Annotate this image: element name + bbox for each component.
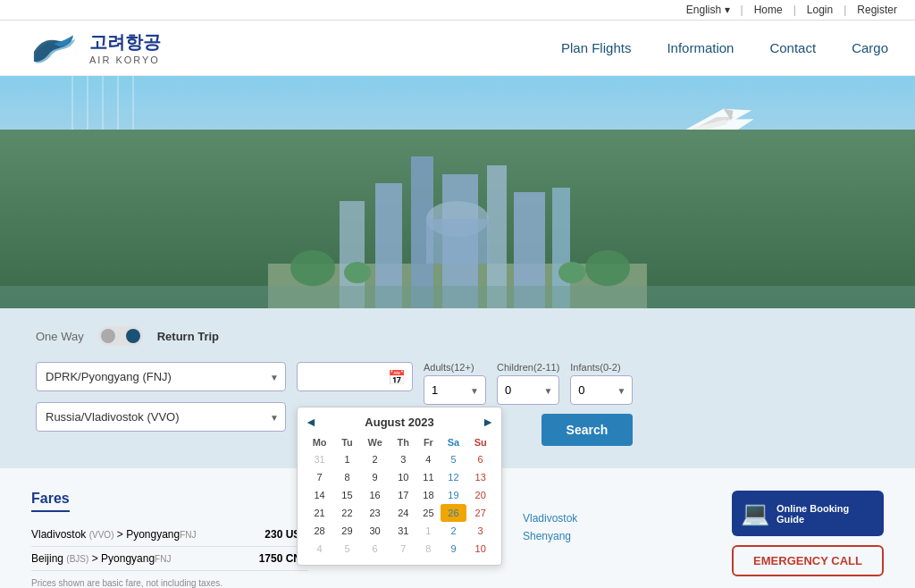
fares-title: Fares	[31, 491, 70, 512]
calendar-day[interactable]: 9	[360, 468, 390, 486]
login-link[interactable]: Login	[807, 4, 833, 16]
divider2: |	[793, 4, 796, 16]
infants-select[interactable]: 012	[570, 375, 633, 405]
booking-guide-label: Online Booking Guide	[776, 503, 875, 525]
date-calendar-container: 📅 ◄ August 2023 ► Mo Tu We Th	[297, 362, 413, 391]
calendar-prev-button[interactable]: ◄	[305, 415, 317, 429]
calendar-day[interactable]: 6	[360, 540, 390, 558]
infants-wrapper: Infants(0-2) 012 ▼	[570, 362, 633, 405]
calendar-header: ◄ August 2023 ►	[305, 415, 494, 429]
children-select-wrapper: 0123 ▼	[497, 375, 559, 405]
calendar-day[interactable]: 8	[334, 468, 360, 486]
home-link[interactable]: Home	[754, 4, 783, 16]
adults-label: Adults(12+)	[424, 362, 486, 373]
dest-shenyang[interactable]: Shenyang	[523, 530, 705, 542]
return-trip-label: Return Trip	[157, 330, 219, 343]
calendar-day[interactable]: 4	[305, 540, 334, 558]
calendar-day[interactable]: 19	[441, 486, 467, 504]
calendar-day[interactable]: 27	[466, 504, 494, 522]
nav-information[interactable]: Information	[667, 40, 734, 55]
children-select[interactable]: 0123	[497, 375, 559, 405]
cal-header-th: Th	[390, 434, 416, 450]
register-link[interactable]: Register	[857, 4, 897, 16]
cal-header-we: We	[360, 434, 390, 450]
divider1: |	[741, 4, 743, 16]
calendar-day[interactable]: 5	[334, 540, 360, 558]
toggle-off-indicator	[101, 329, 115, 343]
fare-row-1: Vladivostok (VVO) > PyongyangFNJ 230 USD	[31, 523, 308, 547]
calendar-day[interactable]: 10	[390, 468, 416, 486]
calendar-day[interactable]: 15	[334, 486, 360, 504]
to-select[interactable]: Russia/Vladivostok (VVO) DPRK/Pyongyang …	[36, 402, 286, 432]
calendar-day[interactable]: 12	[441, 468, 467, 486]
fare-row-2: Beijing (BJS) > PyongyangFNJ 1750 CNY	[31, 547, 308, 571]
calendar-day[interactable]: 2	[360, 450, 390, 468]
cal-header-fr: Fr	[416, 434, 440, 450]
pax-row: Adults(12+) 12345 ▼ Children(2-11) 0123	[424, 362, 633, 405]
calendar-day[interactable]: 7	[390, 540, 416, 558]
svg-point-14	[344, 262, 371, 283]
calendar-day[interactable]: 7	[305, 468, 334, 486]
infants-select-wrapper: 012 ▼	[570, 375, 633, 405]
calendar-day[interactable]: 18	[416, 486, 440, 504]
calendar-day[interactable]: 2	[441, 522, 467, 540]
children-label: Children(2-11)	[497, 362, 559, 373]
logo-text-group: 고려항공 AIR KORYO	[89, 30, 161, 65]
children-wrapper: Children(2-11) 0123 ▼	[497, 362, 559, 405]
calendar-day[interactable]: 26	[441, 504, 467, 522]
calendar-day[interactable]: 11	[416, 468, 440, 486]
adults-select[interactable]: 12345	[424, 375, 486, 405]
calendar-next-button[interactable]: ►	[482, 415, 494, 429]
calendar-day[interactable]: 9	[441, 540, 467, 558]
calendar-day[interactable]: 14	[305, 486, 334, 504]
calendar-day[interactable]: 24	[390, 504, 416, 522]
trip-type-toggle[interactable]	[98, 326, 143, 346]
calendar-day[interactable]: 17	[390, 486, 416, 504]
calendar-day[interactable]: 13	[466, 468, 494, 486]
dest-vladivostok[interactable]: Vladivostok	[523, 512, 705, 525]
calendar-day[interactable]: 31	[390, 522, 416, 540]
calendar-day[interactable]: 1	[416, 522, 440, 540]
cal-header-su: Su	[466, 434, 494, 450]
online-booking-guide-box[interactable]: 💻 Online Booking Guide	[732, 491, 884, 536]
search-button[interactable]: Search	[541, 414, 634, 446]
adults-select-wrapper: 12345 ▼	[424, 375, 486, 405]
calendar-day[interactable]: 22	[334, 504, 360, 522]
nav-contact[interactable]: Contact	[769, 40, 816, 55]
nav-cargo[interactable]: Cargo	[852, 40, 888, 55]
calendar-day[interactable]: 23	[360, 504, 390, 522]
calendar-icon[interactable]: 📅	[388, 368, 406, 385]
from-select[interactable]: DPRK/Pyongyang (FNJ) Russia/Vladivostok …	[36, 362, 286, 391]
calendar-day[interactable]: 5	[441, 450, 467, 468]
calendar-day[interactable]: 3	[390, 450, 416, 468]
calendar-day[interactable]: 21	[305, 504, 334, 522]
date-input-wrapper: 📅	[297, 362, 413, 391]
calendar-day[interactable]: 31	[305, 450, 334, 468]
calendar-day[interactable]: 30	[360, 522, 390, 540]
svg-rect-16	[0, 286, 915, 308]
fare-note: Prices shown are basic fare, not includi…	[31, 578, 308, 588]
svg-point-12	[290, 250, 335, 286]
calendar-day[interactable]: 8	[416, 540, 440, 558]
language-selector[interactable]: English ▾	[686, 4, 730, 16]
calendar-day[interactable]: 10	[466, 540, 494, 558]
logo-bird-icon	[27, 28, 80, 68]
logo-korean: 고려항공	[89, 30, 161, 55]
infants-label: Infants(0-2)	[570, 362, 633, 373]
city-skyline	[0, 130, 915, 308]
route-selectors: DPRK/Pyongyang (FNJ) Russia/Vladivostok …	[36, 362, 286, 432]
calendar-day[interactable]: 25	[416, 504, 440, 522]
svg-point-15	[558, 262, 585, 283]
calendar-day[interactable]: 1	[334, 450, 360, 468]
calendar-day[interactable]: 4	[416, 450, 440, 468]
calendar-day[interactable]: 29	[334, 522, 360, 540]
calendar-day[interactable]: 3	[466, 522, 494, 540]
nav-plan-flights[interactable]: Plan Flights	[561, 40, 631, 55]
date-section: 📅	[297, 362, 413, 391]
calendar-day[interactable]: 28	[305, 522, 334, 540]
calendar-day[interactable]: 16	[360, 486, 390, 504]
trip-toggle: One Way Return Trip	[36, 326, 879, 346]
calendar-day[interactable]: 20	[466, 486, 494, 504]
calendar-day[interactable]: 6	[466, 450, 494, 468]
top-bar: English ▾ | Home | Login | Register	[0, 0, 915, 21]
